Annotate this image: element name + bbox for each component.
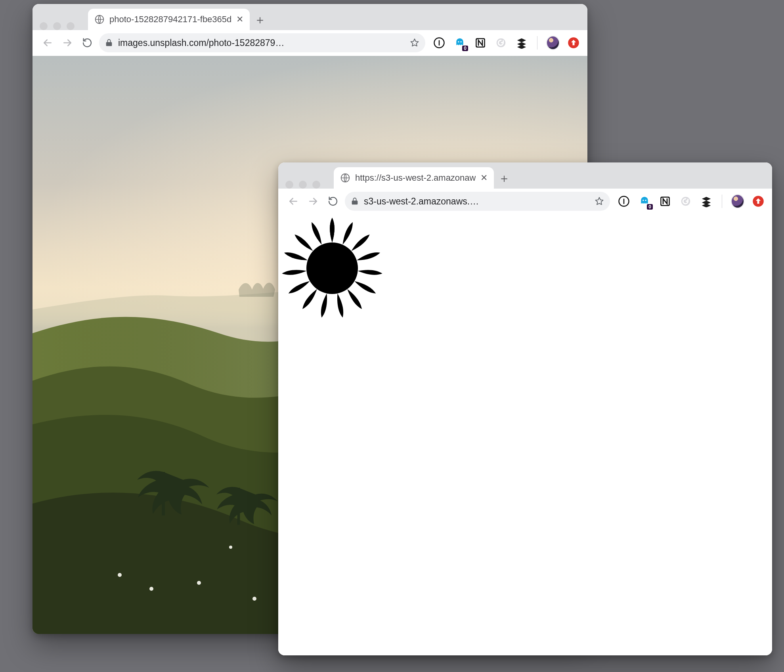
svg-point-13 <box>118 573 122 577</box>
svg-rect-27 <box>623 199 625 204</box>
reload-button[interactable] <box>325 193 341 209</box>
toolbar-separator <box>537 36 537 50</box>
traffic-light-close[interactable] <box>285 181 293 189</box>
page-content <box>278 214 772 655</box>
grammarly-icon[interactable] <box>494 36 508 50</box>
toolbar: s3-us-west-2.amazonaws.… 0 <box>278 189 772 214</box>
notion-icon[interactable] <box>474 36 487 50</box>
tab-strip: photo-1528287942171-fbe365d ✕ ＋ <box>33 4 587 30</box>
upload-extension-icon[interactable] <box>751 195 765 208</box>
extensions-row: 0 <box>432 36 580 50</box>
profile-avatar[interactable] <box>731 195 744 208</box>
svg-point-29 <box>645 200 646 201</box>
svg-point-4 <box>461 41 462 42</box>
svg-point-16 <box>252 597 256 601</box>
buffer-icon[interactable] <box>515 36 528 50</box>
forward-button[interactable] <box>305 193 321 209</box>
lock-icon <box>105 38 113 47</box>
tab-title: https://s3-us-west-2.amazonaw <box>355 173 476 183</box>
globe-icon <box>94 14 105 25</box>
lock-icon <box>350 197 359 206</box>
svg-point-3 <box>458 41 459 42</box>
globe-icon <box>340 173 350 183</box>
onepassword-icon[interactable] <box>432 36 446 50</box>
url-text: images.unsplash.com/photo-15282879… <box>118 38 405 48</box>
svg-point-22 <box>229 546 232 549</box>
svg-point-28 <box>642 200 644 201</box>
back-button[interactable] <box>40 35 55 51</box>
ghostery-icon[interactable]: 0 <box>453 36 467 50</box>
buffer-icon[interactable] <box>700 195 713 208</box>
svg-point-34 <box>306 242 358 294</box>
browser-tab[interactable]: photo-1528287942171-fbe365d ✕ <box>88 9 250 30</box>
window-controls <box>40 22 75 30</box>
address-bar[interactable]: s3-us-west-2.amazonaws.… <box>345 192 610 211</box>
url-text: s3-us-west-2.amazonaws.… <box>364 196 589 207</box>
notion-icon[interactable] <box>658 195 672 208</box>
star-icon[interactable] <box>409 38 420 48</box>
grammarly-icon[interactable] <box>679 195 692 208</box>
tab-title: photo-1528287942171-fbe365d <box>109 14 231 25</box>
ghostery-badge: 0 <box>647 204 653 210</box>
new-tab-button[interactable]: ＋ <box>250 10 270 30</box>
traffic-light-zoom[interactable] <box>67 22 75 30</box>
reload-button[interactable] <box>79 35 95 51</box>
new-tab-button[interactable]: ＋ <box>494 168 514 189</box>
upload-extension-icon[interactable] <box>567 36 580 50</box>
extensions-row: 0 <box>617 195 765 208</box>
traffic-light-minimize[interactable] <box>53 22 61 30</box>
back-button[interactable] <box>285 193 301 209</box>
svg-rect-2 <box>439 40 440 46</box>
star-icon[interactable] <box>594 196 604 206</box>
close-icon[interactable]: ✕ <box>480 174 488 182</box>
svg-point-15 <box>197 581 201 585</box>
traffic-light-close[interactable] <box>40 22 48 30</box>
ghostery-badge: 0 <box>462 46 468 51</box>
profile-avatar[interactable] <box>546 36 560 50</box>
close-icon[interactable]: ✕ <box>236 15 243 24</box>
sunburst-icon <box>281 217 384 320</box>
toolbar: images.unsplash.com/photo-15282879… 0 <box>33 30 587 56</box>
browser-window-front: https://s3-us-west-2.amazonaw ✕ ＋ s3-us-… <box>278 162 772 655</box>
forward-button[interactable] <box>59 35 75 51</box>
address-bar[interactable]: images.unsplash.com/photo-15282879… <box>99 33 425 52</box>
window-controls <box>285 181 320 189</box>
tab-strip: https://s3-us-west-2.amazonaw ✕ ＋ <box>278 162 772 189</box>
ghostery-icon[interactable]: 0 <box>638 195 651 208</box>
traffic-light-minimize[interactable] <box>299 181 307 189</box>
traffic-light-zoom[interactable] <box>312 181 320 189</box>
toolbar-separator <box>722 195 722 208</box>
browser-tab[interactable]: https://s3-us-west-2.amazonaw ✕ <box>334 167 494 189</box>
svg-point-14 <box>149 587 153 591</box>
onepassword-icon[interactable] <box>617 195 631 208</box>
